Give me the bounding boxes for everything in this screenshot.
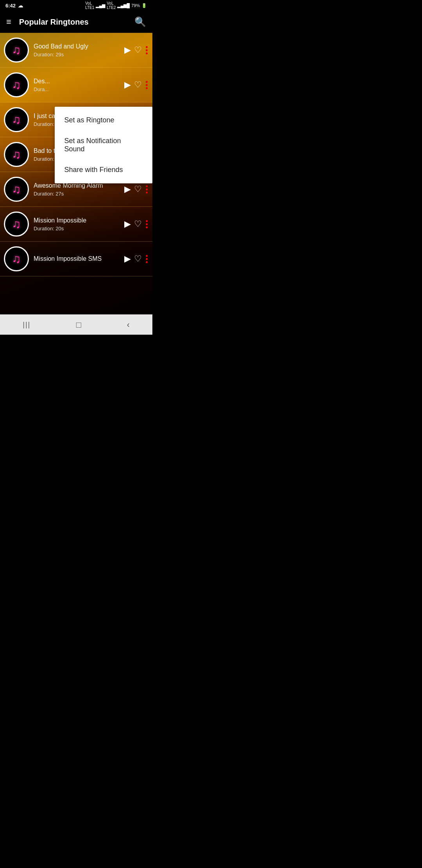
more-dot [146, 87, 148, 89]
nav-home-button[interactable]: □ [68, 317, 89, 333]
album-art-4: ♫ [4, 177, 29, 202]
song-duration-1: Dura... [34, 86, 121, 92]
song-info-0: Good Bad and Ugly Duration: 29s [34, 43, 121, 57]
music-note-icon: ♫ [12, 43, 21, 57]
favorite-button-5[interactable]: ♡ [134, 219, 142, 229]
favorite-button-4[interactable]: ♡ [134, 184, 142, 194]
more-dot [146, 188, 148, 190]
music-note-icon: ♫ [12, 217, 21, 231]
context-menu-set-notification[interactable]: Set as Notification Sound [55, 131, 152, 160]
song-info-5: Mission Impossible Duration: 20s [34, 217, 121, 231]
song-title-0: Good Bad and Ugly [34, 43, 121, 51]
play-button-1[interactable]: ▶ [124, 80, 131, 90]
album-art-1: ♫ [4, 72, 29, 97]
more-dot [146, 81, 148, 83]
album-art-6: ♫ [4, 246, 29, 271]
more-dot [146, 84, 148, 86]
more-button-1[interactable] [145, 79, 148, 91]
item-actions-0: ▶ ♡ [124, 45, 148, 56]
song-duration-5: Duration: 20s [34, 226, 121, 231]
item-actions-4: ▶ ♡ [124, 184, 148, 195]
music-note-icon: ♫ [12, 148, 21, 161]
list-item: ♫ Mission Impossible Duration: 20s ▶ ♡ [0, 207, 152, 242]
nav-back-button[interactable]: ‹ [119, 317, 137, 333]
song-title-5: Mission Impossible [34, 217, 121, 225]
item-actions-1: ▶ ♡ [124, 79, 148, 91]
song-info-1: Des... Dura... [34, 77, 121, 92]
cloud-icon: ☁ [18, 3, 23, 9]
more-button-0[interactable] [145, 45, 148, 56]
context-menu-set-ringtone[interactable]: Set as Ringtone [55, 110, 152, 131]
song-duration-0: Duration: 29s [34, 52, 121, 57]
play-button-4[interactable]: ▶ [124, 184, 131, 194]
more-dot [146, 220, 148, 222]
more-dot [146, 46, 148, 48]
more-dot [146, 261, 148, 263]
song-title-1: Des... [34, 77, 121, 86]
favorite-button-1[interactable]: ♡ [134, 80, 142, 90]
list-item: ♫ Des... Dura... ▶ ♡ [0, 68, 152, 102]
more-dot [146, 258, 148, 260]
play-button-5[interactable]: ▶ [124, 219, 131, 229]
music-note-icon: ♫ [12, 183, 21, 196]
battery-icon: 🔋 [141, 3, 147, 8]
album-art-3: ♫ [4, 142, 29, 167]
bottom-nav: ||| □ ‹ [0, 314, 152, 335]
song-duration-4: Duration: 27s [34, 191, 121, 197]
status-right: VoLLTE1 ▂▄▆ VoLLTE2 ▂▄▆█ 79% 🔋 [85, 1, 147, 10]
signal-bars-left: ▂▄▆ [96, 3, 105, 8]
song-info-4: Awesome Morning Alarm Duration: 27s [34, 182, 121, 197]
signal-bars-right: ▂▄▆█ [117, 3, 130, 8]
more-dot [146, 192, 148, 194]
network-left-label: VoLLTE1 [85, 1, 94, 10]
more-dot [146, 223, 148, 225]
page-title: Popular Ringtones [19, 18, 134, 27]
main-content: ♫ Good Bad and Ugly Duration: 29s ▶ ♡ [0, 33, 152, 314]
play-button-6[interactable]: ▶ [124, 254, 131, 264]
battery-level: 79% [131, 3, 140, 8]
list-item: ♫ Mission Impossible SMS ▶ ♡ [0, 242, 152, 276]
toolbar: ≡ Popular Ringtones 🔍 [0, 11, 152, 33]
network-right-label: VoLLTE2 [107, 1, 116, 10]
album-art-0: ♫ [4, 38, 29, 63]
more-button-6[interactable] [145, 253, 148, 265]
more-dot [146, 49, 148, 51]
ringtone-list: ♫ Good Bad and Ugly Duration: 29s ▶ ♡ [0, 33, 152, 276]
music-note-icon: ♫ [12, 78, 21, 91]
more-button-5[interactable] [145, 219, 148, 230]
context-menu: Set as Ringtone Set as Notification Soun… [55, 107, 152, 183]
favorite-button-6[interactable]: ♡ [134, 254, 142, 264]
item-actions-5: ▶ ♡ [124, 219, 148, 230]
album-art-2: ♫ [4, 107, 29, 132]
song-info-6: Mission Impossible SMS [34, 255, 121, 263]
music-note-icon: ♫ [12, 113, 21, 126]
search-icon[interactable]: 🔍 [134, 16, 146, 27]
context-menu-container: ♫ Des... Dura... ▶ ♡ Set [0, 68, 152, 102]
list-item: ♫ Good Bad and Ugly Duration: 29s ▶ ♡ [0, 33, 152, 68]
more-dot [146, 52, 148, 54]
menu-icon[interactable]: ≡ [6, 17, 11, 27]
play-button-0[interactable]: ▶ [124, 45, 131, 55]
more-dot [146, 185, 148, 187]
context-menu-share[interactable]: Share with Friends [55, 160, 152, 180]
status-time: 6:42 [5, 3, 16, 9]
music-note-icon: ♫ [12, 252, 21, 265]
nav-menu-button[interactable]: ||| [15, 317, 38, 332]
more-dot [146, 255, 148, 257]
favorite-button-0[interactable]: ♡ [134, 45, 142, 55]
song-title-6: Mission Impossible SMS [34, 255, 121, 263]
album-art-5: ♫ [4, 212, 29, 237]
status-left: 6:42 ☁ [5, 3, 23, 9]
item-actions-6: ▶ ♡ [124, 253, 148, 265]
status-bar: 6:42 ☁ VoLLTE1 ▂▄▆ VoLLTE2 ▂▄▆█ 79% 🔋 [0, 0, 152, 11]
more-button-4[interactable] [145, 184, 148, 195]
more-dot [146, 226, 148, 228]
